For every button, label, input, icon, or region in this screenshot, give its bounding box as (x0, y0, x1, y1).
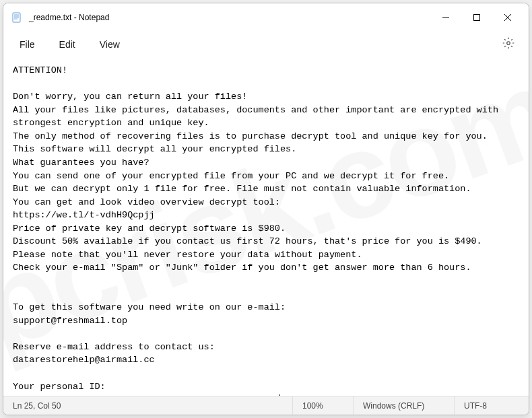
svg-rect-6 (474, 15, 480, 21)
status-zoom: 100% (293, 396, 354, 415)
notepad-icon (11, 12, 22, 23)
menubar: File Edit View (3, 32, 529, 57)
status-line-ending: Windows (CRLF) (354, 396, 455, 415)
gear-icon (502, 37, 514, 52)
titlebar: _readme.txt - Notepad (3, 3, 529, 32)
document-text: ATTENTION! Don't worry, you can return a… (13, 65, 504, 396)
svg-point-9 (507, 42, 510, 45)
text-editor-area[interactable]: ATTENTION! Don't worry, you can return a… (3, 57, 529, 396)
notepad-window: _readme.txt - Notepad File Edit View (3, 3, 529, 415)
status-cursor-position: Ln 25, Col 50 (3, 396, 293, 415)
statusbar: Ln 25, Col 50 100% Windows (CRLF) UTF-8 (3, 396, 529, 415)
status-encoding: UTF-8 (455, 396, 529, 415)
minimize-button[interactable] (430, 3, 461, 32)
settings-button[interactable] (496, 32, 521, 57)
menu-view[interactable]: View (88, 35, 132, 54)
window-controls (430, 3, 523, 32)
menu-edit[interactable]: Edit (47, 35, 88, 54)
close-button[interactable] (492, 3, 523, 32)
window-title: _readme.txt - Notepad (29, 13, 430, 22)
maximize-button[interactable] (461, 3, 492, 32)
text-caret (279, 394, 280, 396)
menu-file[interactable]: File (7, 35, 47, 54)
